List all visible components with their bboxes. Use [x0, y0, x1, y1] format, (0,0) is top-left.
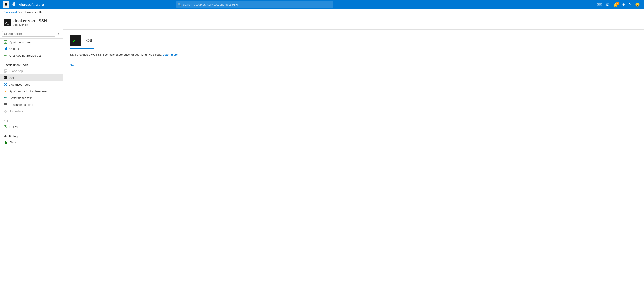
sidebar-item-quotas[interactable]: Quotas [0, 45, 62, 52]
ssh-icon: >_ [4, 76, 7, 80]
sidebar-item-ssh[interactable]: >_ SSH [0, 74, 62, 81]
sidebar-label-quotas: Quotas [10, 47, 19, 51]
sidebar-item-resource-explorer[interactable]: Resource explorer [0, 101, 62, 108]
go-link[interactable]: Go → [70, 64, 78, 67]
notification-badge: 6 [616, 2, 619, 5]
learn-more-link[interactable]: Learn more [163, 53, 178, 56]
top-navigation: ☰ Microsoft Azure 🔍 ⌨ ⬕ 🔔 6 ⚙ ? 😊 [0, 0, 644, 9]
svg-rect-23 [6, 142, 7, 144]
account-button[interactable]: 😊 [634, 2, 641, 8]
page-header-icon: >_ [4, 19, 11, 26]
change-app-service-plan-icon [4, 54, 7, 57]
svg-point-10 [4, 97, 7, 99]
sidebar-item-performance-test[interactable]: Performance test [0, 95, 62, 101]
sidebar-item-extensions[interactable]: Extensions [0, 108, 62, 115]
svg-rect-22 [5, 141, 6, 144]
svg-point-20 [5, 126, 6, 127]
sidebar-item-clone-app[interactable]: Clone App [0, 68, 62, 74]
sidebar-item-app-service-editor[interactable]: </> App Service Editor (Preview) [0, 88, 62, 95]
svg-rect-0 [4, 41, 7, 43]
app-service-editor-icon: </> [4, 89, 7, 93]
svg-rect-16 [6, 110, 7, 111]
svg-point-8 [5, 84, 6, 85]
sidebar-label-alerts: Alerts [10, 141, 17, 144]
search-container: 🔍 [176, 1, 333, 8]
search-icon: 🔍 [178, 3, 182, 6]
sidebar-label-resource-explorer: Resource explorer [10, 103, 33, 106]
breadcrumb: Dashboard > docker-ssh - SSH [0, 9, 644, 16]
sidebar-label-app-service-editor: App Service Editor (Preview) [10, 90, 47, 93]
svg-rect-13 [4, 104, 7, 105]
azure-logo-icon [12, 2, 16, 7]
sidebar-item-cors[interactable]: CORS [0, 123, 62, 130]
resource-explorer-icon [4, 103, 7, 106]
sidebar-label-extensions: Extensions [10, 110, 24, 113]
search-input[interactable] [176, 1, 333, 8]
content-inner: >_ SSH SSH provides a Web SSH console ex… [63, 30, 644, 73]
app-service-plan-icon [4, 40, 7, 44]
quotas-icon [4, 47, 7, 51]
content-description-text: SSH provides a Web SSH console experienc… [70, 53, 163, 56]
cloud-shell-button[interactable]: ⌨ [595, 2, 604, 8]
hamburger-menu[interactable]: ☰ [3, 1, 10, 8]
sidebar-label-app-service-plan: App Service plan [10, 40, 32, 44]
extensions-icon [4, 110, 7, 113]
content-description: SSH provides a Web SSH console experienc… [70, 53, 637, 57]
svg-text:</>: </> [4, 90, 7, 93]
svg-rect-2 [5, 48, 6, 50]
sidebar-item-alerts[interactable]: Alerts [0, 139, 62, 146]
svg-rect-21 [4, 141, 4, 144]
settings-button[interactable]: ⚙ [620, 2, 627, 8]
sidebar-item-app-service-plan[interactable]: App Service plan [0, 39, 62, 45]
sidebar-search-container: « [0, 30, 62, 39]
app-name: Microsoft Azure [18, 3, 44, 7]
svg-rect-14 [4, 106, 7, 106]
feedback-button[interactable]: ⬕ [604, 2, 611, 8]
help-button[interactable]: ? [628, 2, 633, 8]
clone-app-icon [4, 69, 7, 73]
sidebar: « App Service plan Quotas Change App Ser… [0, 30, 63, 297]
content-main-icon: >_ [70, 35, 81, 46]
content-title: SSH [84, 38, 94, 43]
svg-rect-5 [4, 70, 6, 72]
cors-icon [4, 125, 7, 129]
divider-monitoring [4, 131, 59, 131]
performance-test-icon [4, 96, 7, 100]
sidebar-label-ssh: SSH [10, 76, 16, 80]
svg-rect-17 [4, 112, 5, 113]
sidebar-item-advanced-tools[interactable]: Advanced Tools [0, 81, 62, 88]
sidebar-search-input[interactable] [2, 31, 56, 37]
topnav-icon-group: ⌨ ⬕ 🔔 6 ⚙ ? 😊 [595, 2, 641, 8]
section-development-tools: Development Tools [0, 61, 62, 68]
page-subtitle: App Service [14, 23, 47, 27]
sidebar-label-cors: CORS [10, 125, 18, 129]
alerts-icon [4, 141, 7, 144]
divider-development [4, 60, 59, 60]
sidebar-collapse-button[interactable]: « [57, 32, 60, 36]
content-area: >_ SSH SSH provides a Web SSH console ex… [63, 30, 644, 297]
svg-rect-12 [4, 103, 7, 104]
page-title: docker-ssh - SSH [14, 19, 47, 23]
sidebar-label-change-app-service-plan: Change App Service plan [10, 54, 42, 57]
breadcrumb-separator: > [18, 11, 20, 14]
breadcrumb-home[interactable]: Dashboard [4, 11, 17, 14]
section-monitoring: Monitoring [0, 132, 62, 139]
sidebar-item-change-app-service-plan[interactable]: Change App Service plan [0, 52, 62, 59]
notifications-button[interactable]: 🔔 6 [612, 2, 620, 8]
breadcrumb-current: docker-ssh - SSH [21, 11, 42, 14]
sidebar-label-performance-test: Performance test [10, 96, 32, 100]
main-layout: « App Service plan Quotas Change App Ser… [0, 30, 644, 297]
advanced-tools-icon [4, 83, 7, 86]
sidebar-label-advanced-tools: Advanced Tools [10, 83, 30, 86]
svg-rect-6 [5, 69, 7, 72]
svg-rect-18 [6, 112, 7, 113]
azure-logo: Microsoft Azure [12, 2, 44, 7]
svg-rect-1 [4, 49, 4, 50]
svg-rect-15 [4, 110, 5, 111]
svg-rect-3 [6, 47, 7, 50]
page-header-text: docker-ssh - SSH App Service [14, 19, 47, 27]
page-header: >_ docker-ssh - SSH App Service [0, 16, 644, 30]
divider-api [4, 116, 59, 116]
sidebar-label-clone-app: Clone App [10, 69, 23, 73]
section-api: API [0, 117, 62, 123]
